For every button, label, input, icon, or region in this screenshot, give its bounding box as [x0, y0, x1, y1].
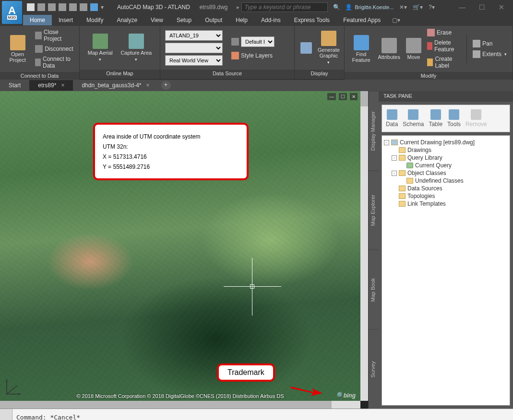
extents-button[interactable]: Extents▾	[471, 49, 509, 59]
qat-dropdown-icon[interactable]: ▾	[101, 4, 104, 11]
tree-node[interactable]: Drawings	[384, 146, 508, 154]
search-expand-icon[interactable]: ▸	[235, 4, 241, 11]
menu-tab-insert[interactable]: Insert	[52, 15, 80, 25]
menu-tab-add-ins[interactable]: Add-ins	[254, 15, 287, 25]
document-tabs: Startetrs89*×dhdn_beta_gauss3d-4*× +	[0, 80, 513, 91]
tree-node[interactable]: Topologies	[384, 192, 508, 200]
vp-close-icon[interactable]: ✕	[350, 93, 358, 100]
data-source-select[interactable]: ATLAND_19	[165, 30, 223, 41]
keyword-search-input[interactable]	[241, 2, 328, 12]
redo-icon[interactable]	[80, 3, 87, 11]
create-label-button[interactable]: Create Label	[425, 55, 463, 70]
doc-tab[interactable]: etrs89*×	[29, 80, 73, 91]
delete-feature-button[interactable]: Delete Feature	[425, 38, 463, 54]
open-icon[interactable]	[37, 3, 45, 11]
connect-to-data-button[interactable]: Connect to Data	[33, 55, 75, 70]
attributes-button[interactable]: Attributes	[376, 36, 402, 62]
undo-icon[interactable]	[69, 3, 77, 11]
help-icon[interactable]: ?▾	[429, 4, 435, 11]
drawing-canvas[interactable]: — ☐ ✕ Area inside of UTM coordinate syst…	[0, 91, 368, 408]
close-project-button[interactable]: Close Project	[33, 28, 75, 43]
h-scrollbar[interactable]	[0, 401, 360, 408]
task-pane: TASK PANE DataSchemaTableToolsRemove -Cu…	[379, 91, 513, 408]
menu-bar: HomeInsertModifyAnalyzeViewSetupOutputHe…	[0, 14, 513, 26]
task-pane-title: TASK PANE	[379, 91, 513, 102]
taskpane-tool-schema[interactable]: Schema	[403, 109, 424, 128]
ribbon-more-icon[interactable]: ▢▾	[392, 17, 400, 23]
side-tab[interactable]: Display Manager	[369, 91, 379, 171]
crosshair-cursor	[224, 258, 281, 315]
trademark-callout: Trademark	[217, 363, 275, 382]
tree-node[interactable]: Undefined Classes	[384, 177, 508, 185]
vp-min-icon[interactable]: —	[327, 93, 336, 100]
doc-tab[interactable]: dhdn_beta_gauss3d-4*×	[73, 80, 158, 91]
tree-node[interactable]: Data Sources	[384, 185, 508, 192]
taskpane-tool-data[interactable]: Data	[386, 109, 398, 128]
command-line[interactable]: Command: *Cancel*	[0, 408, 513, 420]
tree-node[interactable]: -Query Library	[384, 154, 508, 162]
tree-node[interactable]: -Current Drawing [etrs89.dwg]	[384, 139, 508, 146]
panel-label: Display	[295, 70, 344, 79]
minimize-button[interactable]: —	[459, 3, 465, 11]
menu-tab-analyze[interactable]: Analyze	[110, 15, 144, 25]
user-name[interactable]: Brigitte.Koeste...	[355, 4, 394, 10]
disconnect-button[interactable]: Disconnect	[33, 44, 75, 54]
side-tab[interactable]: Survey	[369, 329, 379, 409]
view-select[interactable]: Real World View	[165, 55, 223, 66]
capture-area-button[interactable]: Capture Area▾	[119, 32, 154, 64]
autodesk-icon[interactable]	[90, 3, 98, 11]
erase-button[interactable]: Erase	[425, 28, 463, 37]
menu-tab-view[interactable]: View	[144, 15, 170, 25]
command-prompt-icon[interactable]	[0, 409, 12, 420]
doc-tab[interactable]: Start	[0, 80, 29, 91]
save-icon[interactable]	[48, 3, 56, 11]
v-scrollbar[interactable]	[360, 91, 368, 401]
reorder-button[interactable]	[298, 40, 314, 56]
menu-tab-express-tools[interactable]: Express Tools	[287, 15, 336, 25]
quick-access-toolbar: ▾	[23, 3, 107, 11]
user-icon[interactable]: 👤	[345, 4, 352, 11]
panel-label: Modify	[345, 72, 513, 80]
find-feature-button[interactable]: Find Feature	[348, 33, 374, 65]
move-button[interactable]: Move	[404, 36, 423, 62]
menu-tab-output[interactable]: Output	[198, 15, 229, 25]
map-explorer-tree[interactable]: -Current Drawing [etrs89.dwg]Drawings-Qu…	[382, 135, 510, 406]
side-tab[interactable]: Map Explorer	[369, 171, 379, 250]
style-layers-button[interactable]: Style Layers	[229, 51, 276, 60]
new-icon[interactable]	[27, 3, 35, 11]
maximize-button[interactable]: ☐	[479, 3, 485, 11]
menu-tab-modify[interactable]: Modify	[80, 15, 110, 25]
bing-logo: 🔍bing	[336, 392, 356, 399]
menu-tab-setup[interactable]: Setup	[170, 15, 198, 25]
new-tab-button[interactable]: +	[161, 81, 171, 90]
menu-tab-featured-apps[interactable]: Featured Apps	[336, 15, 387, 25]
taskpane-tool-tools[interactable]: Tools	[447, 109, 461, 128]
tree-node[interactable]: Link Templates	[384, 200, 508, 208]
vp-max-icon[interactable]: ☐	[339, 93, 347, 100]
exchange-icon[interactable]: ✕▾	[399, 4, 407, 11]
coords-callout: Area inside of UTM coordinate system UTM…	[93, 123, 249, 180]
default-display-button[interactable]: Default D	[229, 35, 276, 48]
map-aerial-button[interactable]: Map Aerial▾	[86, 32, 115, 64]
pan-button[interactable]: Pan	[471, 39, 509, 48]
cart-icon[interactable]: 🛒▾	[413, 4, 423, 11]
app-logo[interactable]: AM3D	[2, 1, 22, 24]
panel-label: Online Map	[80, 70, 160, 79]
generate-graphic-button[interactable]: Generate Graphic▾	[316, 29, 342, 67]
saveas-icon[interactable]	[59, 3, 66, 11]
search-icon[interactable]: 🔍	[333, 4, 341, 11]
panel-label: Connect to Data	[0, 72, 79, 80]
arrow-icon	[290, 384, 323, 396]
tree-node[interactable]: Current Query	[384, 162, 508, 169]
side-tab[interactable]: Map Book	[369, 250, 379, 329]
open-project-button[interactable]: Open Project	[4, 33, 31, 65]
menu-tab-home[interactable]: Home	[23, 15, 52, 25]
close-button[interactable]: ✕	[499, 3, 504, 11]
close-tab-icon[interactable]: ×	[146, 82, 150, 89]
layer-select[interactable]	[165, 43, 223, 53]
tree-node[interactable]: -Object Classes	[384, 169, 508, 177]
menu-tab-help[interactable]: Help	[229, 15, 254, 25]
close-tab-icon[interactable]: ×	[61, 82, 64, 89]
task-pane-toolbar: DataSchemaTableToolsRemove	[382, 105, 510, 132]
taskpane-tool-table[interactable]: Table	[429, 109, 442, 128]
